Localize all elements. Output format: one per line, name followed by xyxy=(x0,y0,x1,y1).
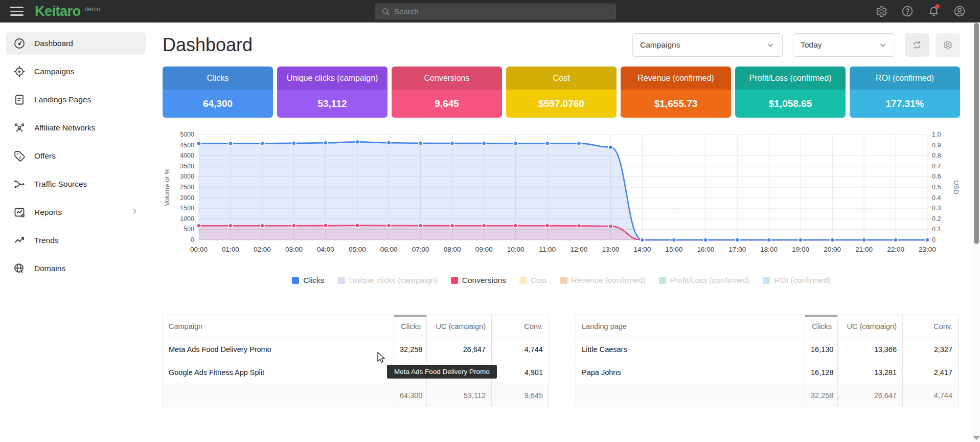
chevron-down-icon xyxy=(878,40,887,50)
help-icon[interactable] xyxy=(901,5,914,17)
scroll-down-icon[interactable] xyxy=(973,436,980,440)
scrollbar-thumb[interactable] xyxy=(974,23,979,244)
sidebar-item-label: Trends xyxy=(34,236,59,245)
svg-text:12:00: 12:00 xyxy=(571,246,588,253)
legend-item-roi-confirmed[interactable]: ROI (confirmed) xyxy=(763,276,830,285)
page-scrollbar[interactable] xyxy=(973,23,980,442)
row-value-cell: 2,417 xyxy=(903,361,959,384)
traffic-sources-icon xyxy=(13,178,26,190)
stat-card-value: 53,112 xyxy=(277,90,388,118)
svg-text:0: 0 xyxy=(191,236,194,244)
legend-label: Conversions xyxy=(462,276,506,285)
row-name-cell[interactable]: Papa Johns xyxy=(576,361,805,384)
traffic-chart: 005000.110000.215000.320000.425000.53000… xyxy=(163,131,960,263)
sidebar-item-dashboard[interactable]: Dashboard xyxy=(6,32,146,55)
column-header-clicks[interactable]: Clicks xyxy=(805,315,838,338)
legend-item-cost[interactable]: Cost xyxy=(519,276,547,285)
column-header-conv[interactable]: Conv. xyxy=(903,315,959,338)
sidebar-item-trends[interactable]: Trends xyxy=(6,229,146,252)
legend-item-profit-loss-confirmed[interactable]: Profit/Loss (confirmed) xyxy=(659,276,750,285)
search-icon xyxy=(381,7,390,16)
column-header-campaign[interactable]: Campaign xyxy=(163,315,394,338)
notifications-icon[interactable] xyxy=(927,5,940,17)
row-value-cell: 4,901 xyxy=(492,361,549,384)
notification-dot xyxy=(935,4,940,9)
menu-toggle-icon[interactable] xyxy=(10,7,24,16)
sidebar-item-offers[interactable]: sOffers xyxy=(6,144,146,168)
legend-swatch xyxy=(560,277,567,284)
legend-swatch xyxy=(338,277,345,284)
widget-settings-button[interactable] xyxy=(936,33,960,57)
row-tooltip: Meta Ads Food Delivery Promo xyxy=(387,365,497,379)
svg-text:0.4: 0.4 xyxy=(932,194,941,202)
sidebar-item-affiliate-networks[interactable]: Affiliate Networks xyxy=(6,116,146,140)
affiliate-networks-icon xyxy=(13,122,26,134)
search-input[interactable] xyxy=(394,7,616,16)
legend-label: Unique clicks (campaign) xyxy=(349,276,438,285)
sidebar-item-domains[interactable]: Domains xyxy=(6,257,146,280)
legend-item-unique-clicks-campaign[interactable]: Unique clicks (campaign) xyxy=(338,276,438,285)
app-logo[interactable]: Keitaro xyxy=(35,4,81,19)
sidebar-item-label: Offers xyxy=(34,151,56,161)
totals-value-cell: 32,258 xyxy=(805,384,838,407)
gear-icon[interactable] xyxy=(875,5,887,17)
legend-item-clicks[interactable]: Clicks xyxy=(292,276,324,285)
logo-demo-badge: demo xyxy=(85,6,100,13)
svg-text:0.8: 0.8 xyxy=(932,152,941,159)
date-range-select[interactable]: Today xyxy=(793,33,895,57)
refresh-button[interactable] xyxy=(905,33,929,57)
sidebar-item-campaigns[interactable]: Campaigns xyxy=(6,60,146,83)
svg-text:0.5: 0.5 xyxy=(932,184,941,191)
sidebar-item-label: Affiliate Networks xyxy=(34,123,95,132)
svg-text:15:00: 15:00 xyxy=(665,246,682,253)
sidebar-item-label: Campaigns xyxy=(34,67,74,76)
sidebar-item-traffic-sources[interactable]: Traffic Sources xyxy=(6,172,146,196)
stat-cards: Clicks64,300Unique clicks (campaign)53,1… xyxy=(163,67,960,118)
svg-text:Volume or %: Volume or % xyxy=(163,168,171,206)
svg-text:1.0: 1.0 xyxy=(932,131,941,138)
chevron-right-icon xyxy=(130,207,139,217)
svg-text:22:00: 22:00 xyxy=(887,246,904,253)
column-header-clicks[interactable]: Clicks xyxy=(394,315,427,338)
stat-card-label: Revenue (confirmed) xyxy=(621,67,731,90)
stat-card-value: 177.31% xyxy=(850,90,960,118)
sidebar-nav: DashboardCampaignsLandings PagesAffiliat… xyxy=(0,23,152,442)
sidebar-item-reports[interactable]: Reports xyxy=(6,201,146,224)
legend-swatch xyxy=(451,277,458,284)
grouping-select[interactable]: Campaigns xyxy=(632,33,783,57)
stat-card-label: Profit/Loss (confirmed) xyxy=(735,67,846,90)
legend-item-revenue-confirmed[interactable]: Revenue (confirmed) xyxy=(560,276,646,285)
totals-value-cell: 53,112 xyxy=(427,384,492,407)
account-icon[interactable] xyxy=(953,5,966,17)
legend-item-conversions[interactable]: Conversions xyxy=(451,276,506,285)
column-header-uc-campaign[interactable]: UC (campaign) xyxy=(427,315,492,338)
row-name-cell[interactable]: Meta Ads Food Delivery Promo xyxy=(163,338,394,361)
svg-text:03:00: 03:00 xyxy=(285,246,303,253)
row-value-cell: 26,647 xyxy=(427,338,492,361)
svg-text:23:00: 23:00 xyxy=(919,246,936,253)
stat-card-roi-confirmed: ROI (confirmed)177.31% xyxy=(850,67,960,118)
row-name-cell[interactable]: Google Ads Fitness App Split xyxy=(163,361,394,384)
legend-label: ROI (confirmed) xyxy=(774,276,830,285)
column-header-conv[interactable]: Conv. xyxy=(492,315,549,338)
table-totals-row: 64,30053,1129,645 xyxy=(163,384,549,407)
table-totals-row: 32,25826,6474,744 xyxy=(576,384,959,407)
legend-swatch xyxy=(292,277,299,284)
table-row: Meta Ads Food Delivery Promo32,25826,647… xyxy=(163,338,549,361)
row-name-cell[interactable]: Little Caesars xyxy=(576,338,805,361)
stat-card-value: 9,645 xyxy=(392,90,502,118)
column-header-landing-page[interactable]: Landing page xyxy=(576,315,805,338)
stat-card-revenue-confirmed: Revenue (confirmed)$1,655.73 xyxy=(621,67,731,118)
svg-text:5000: 5000 xyxy=(180,131,194,138)
row-value-cell: 13,281 xyxy=(838,361,903,384)
page-title: Dashboard xyxy=(163,34,253,56)
totals-value-cell: 26,647 xyxy=(838,384,903,407)
stat-card-value: $597.0760 xyxy=(506,90,617,118)
sidebar-item-landings-pages[interactable]: Landings Pages xyxy=(6,88,146,112)
traffic-chart-wrap: 005000.110000.215000.320000.425000.53000… xyxy=(163,131,960,266)
column-header-uc-campaign[interactable]: UC (campaign) xyxy=(838,315,903,338)
svg-text:2000: 2000 xyxy=(180,194,194,202)
stat-card-clicks: Clicks64,300 xyxy=(163,67,273,118)
legend-swatch xyxy=(519,277,527,284)
stat-card-label: Conversions xyxy=(392,67,502,90)
